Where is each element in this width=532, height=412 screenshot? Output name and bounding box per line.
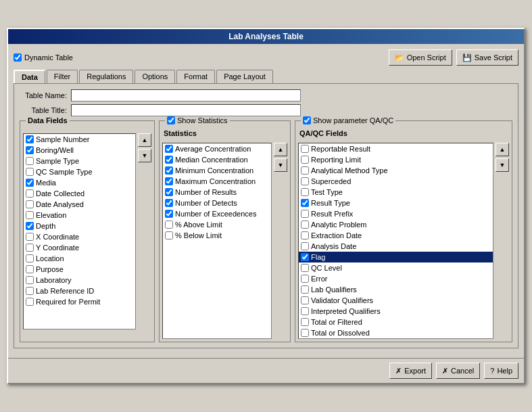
list-item[interactable]: Sample Number bbox=[24, 134, 135, 145]
dialog: Lab Analyses Table Dynamic Table 📂 Open … bbox=[7, 28, 525, 384]
list-item[interactable]: Extraction Date bbox=[299, 230, 493, 241]
statistics-arrows: ▲ ▼ bbox=[274, 143, 287, 172]
show-qa-label: Show parameter QA/QC bbox=[313, 116, 393, 124]
help-button[interactable]: ? Help bbox=[484, 363, 518, 379]
show-statistics-label: Show Statistics bbox=[177, 116, 228, 124]
data-fields-listbox[interactable]: Sample NumberBoring/WellSample TypeQC Sa… bbox=[23, 133, 136, 329]
tab-bar: Data Filter Regulations Options Format P… bbox=[14, 70, 518, 83]
list-item[interactable]: Interpreted Qualifiers bbox=[299, 306, 493, 317]
open-script-icon: 📂 bbox=[395, 53, 404, 62]
statistics-up-button[interactable]: ▲ bbox=[274, 143, 287, 156]
tab-options[interactable]: Options bbox=[135, 70, 175, 83]
list-item[interactable]: Laboratory bbox=[24, 275, 135, 285]
tab-filter[interactable]: Filter bbox=[47, 70, 78, 83]
list-item[interactable]: Number of Exceedences bbox=[163, 208, 271, 219]
list-item[interactable]: Number of Results bbox=[163, 187, 271, 198]
list-item[interactable]: Lab Qualifiers bbox=[299, 284, 493, 295]
table-title-label: Table Title: bbox=[20, 106, 67, 114]
statistics-group-label: Statistics bbox=[164, 129, 287, 137]
show-qa-checkbox[interactable] bbox=[303, 116, 311, 124]
data-fields-arrows: ▲ ▼ bbox=[138, 133, 151, 162]
list-item[interactable]: Superceded bbox=[299, 176, 493, 187]
tab-data[interactable]: Data bbox=[14, 70, 45, 83]
list-item[interactable]: Basis bbox=[299, 338, 493, 339]
list-item[interactable]: Result Type bbox=[299, 198, 493, 208]
qa-up-button[interactable]: ▲ bbox=[495, 143, 509, 156]
table-name-label: Table Name: bbox=[20, 91, 67, 99]
cancel-icon: ✗ bbox=[442, 367, 448, 375]
tab-content-data: Table Name: Table Title: Data Fields Sam… bbox=[14, 83, 518, 348]
list-item[interactable]: Purpose bbox=[24, 264, 135, 275]
list-item[interactable]: Reportable Result bbox=[299, 143, 493, 154]
open-script-button[interactable]: 📂 Open Script bbox=[389, 49, 452, 66]
list-item[interactable]: Maximum Concentration bbox=[163, 176, 271, 187]
show-qa-check-row: Show parameter QA/QC bbox=[301, 116, 395, 124]
list-item[interactable]: Result Prefix bbox=[299, 208, 493, 219]
tab-page-layout[interactable]: Page Layout bbox=[216, 70, 273, 83]
cancel-button[interactable]: ✗ Cancel bbox=[436, 363, 480, 379]
list-item[interactable]: Median Concentration bbox=[163, 154, 271, 165]
qa-down-button[interactable]: ▼ bbox=[495, 158, 509, 172]
list-item[interactable]: Minimum Concentration bbox=[163, 165, 271, 176]
qa-fields-group-label: QA/QC Fields bbox=[299, 129, 509, 137]
list-item[interactable]: Total or Dissolved bbox=[299, 327, 493, 338]
show-statistics-check-row: Show Statistics bbox=[165, 116, 230, 124]
list-item[interactable]: Y Coordinate bbox=[24, 242, 135, 253]
dialog-title: Lab Analyses Table bbox=[228, 32, 304, 41]
list-item[interactable]: Boring/Well bbox=[24, 145, 135, 156]
list-item[interactable]: Average Concentration bbox=[163, 143, 271, 154]
dynamic-table-label: Dynamic Table bbox=[24, 53, 73, 62]
list-item[interactable]: Analytical Method Type bbox=[299, 165, 493, 176]
top-buttons: 📂 Open Script 💾 Save Script bbox=[389, 49, 518, 66]
statistics-list-area: Average ConcentrationMedian Concentratio… bbox=[162, 143, 287, 339]
list-item[interactable]: Analysis Date bbox=[299, 241, 493, 252]
data-fields-list-area: Sample NumberBoring/WellSample TypeQC Sa… bbox=[23, 133, 151, 329]
statistics-listbox[interactable]: Average ConcentrationMedian Concentratio… bbox=[162, 143, 272, 339]
tab-regulations[interactable]: Regulations bbox=[79, 70, 133, 83]
export-button[interactable]: ✗ Export bbox=[389, 363, 432, 379]
list-item[interactable]: Elevation bbox=[24, 210, 135, 221]
list-item[interactable]: Error bbox=[299, 273, 493, 284]
qa-fields-listbox[interactable]: Reportable ResultReporting LimitAnalytic… bbox=[299, 143, 493, 339]
dynamic-table-checkbox[interactable] bbox=[14, 53, 22, 62]
data-fields-down-button[interactable]: ▼ bbox=[138, 149, 151, 162]
table-title-input[interactable] bbox=[71, 104, 301, 116]
show-statistics-checkbox[interactable] bbox=[167, 116, 175, 124]
list-item[interactable]: Depth bbox=[24, 221, 135, 231]
list-item[interactable]: Flag bbox=[299, 252, 493, 262]
list-item[interactable]: X Coordinate bbox=[24, 231, 135, 242]
list-item[interactable]: QC Level bbox=[299, 262, 493, 273]
list-item[interactable]: Date Analysed bbox=[24, 199, 135, 210]
list-item[interactable]: Test Type bbox=[299, 187, 493, 198]
export-icon: ✗ bbox=[395, 367, 402, 375]
list-item[interactable]: Validator Qualifiers bbox=[299, 295, 493, 306]
list-item[interactable]: % Above Limit bbox=[163, 219, 271, 230]
help-icon: ? bbox=[490, 367, 494, 375]
list-item[interactable]: Total or Filtered bbox=[299, 317, 493, 327]
data-fields-up-button[interactable]: ▲ bbox=[138, 133, 151, 147]
list-item[interactable]: Location bbox=[24, 253, 135, 264]
list-item[interactable]: Date Collected bbox=[24, 188, 135, 199]
list-item[interactable]: QC Sample Type bbox=[24, 166, 135, 177]
statistics-down-button[interactable]: ▼ bbox=[274, 158, 287, 172]
columns-area: Data Fields Sample NumberBoring/WellSamp… bbox=[20, 120, 512, 342]
tab-format[interactable]: Format bbox=[176, 70, 215, 83]
table-name-input[interactable] bbox=[71, 89, 301, 101]
qa-list-area: Reportable ResultReporting LimitAnalytic… bbox=[298, 143, 509, 339]
list-item[interactable]: Lab Reference ID bbox=[24, 285, 135, 296]
list-item[interactable]: Sample Type bbox=[24, 156, 135, 166]
save-script-icon: 💾 bbox=[462, 53, 472, 62]
list-item[interactable]: Reporting Limit bbox=[299, 154, 493, 165]
qa-arrows: ▲ ▼ bbox=[495, 143, 509, 172]
list-item[interactable]: Analytic Problem bbox=[299, 219, 493, 230]
data-fields-title: Data Fields bbox=[26, 116, 70, 124]
list-item[interactable]: Required for Permit bbox=[24, 296, 135, 307]
list-item[interactable]: Media bbox=[24, 177, 135, 188]
list-item[interactable]: % Below Limit bbox=[163, 230, 271, 241]
dynamic-table-checkbox-row: Dynamic Table bbox=[14, 53, 73, 62]
bottom-buttons-area: ✗ Export ✗ Cancel ? Help bbox=[8, 358, 524, 383]
title-bar: Lab Analyses Table bbox=[8, 29, 524, 44]
save-script-button[interactable]: 💾 Save Script bbox=[456, 49, 518, 66]
list-item[interactable]: Number of Detects bbox=[163, 198, 271, 208]
